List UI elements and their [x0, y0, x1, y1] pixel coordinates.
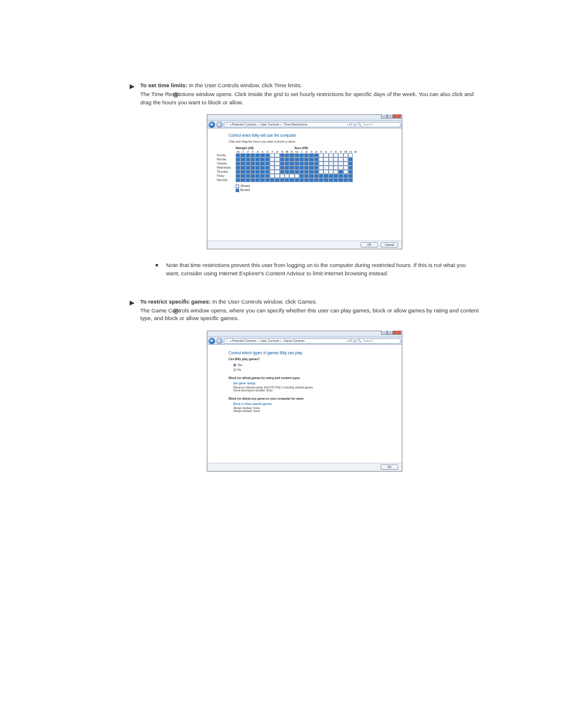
hour-cell[interactable]	[260, 170, 265, 174]
hour-cell[interactable]	[295, 153, 299, 157]
breadcrumb[interactable]: 🛡 « Parental Controls ▸ User Controls ▸ …	[224, 338, 355, 344]
hour-cell[interactable]	[275, 170, 279, 174]
hour-cell[interactable]	[240, 166, 245, 170]
hour-cell[interactable]	[338, 157, 343, 162]
hour-cell[interactable]	[329, 166, 333, 170]
search-input[interactable]: 🔍 Search	[356, 122, 401, 127]
hour-cell[interactable]	[285, 153, 289, 157]
hour-cell[interactable]	[289, 178, 294, 182]
hour-cell[interactable]	[289, 162, 294, 166]
hour-cell[interactable]	[280, 157, 285, 162]
hour-cell[interactable]	[285, 157, 289, 162]
hour-cell[interactable]	[250, 162, 255, 166]
breadcrumb-uc[interactable]: User Controls	[260, 123, 279, 126]
hour-cell[interactable]	[255, 166, 260, 170]
breadcrumb-pc[interactable]: Parental Controls	[232, 339, 256, 342]
hour-cell[interactable]	[270, 153, 275, 157]
hour-cell[interactable]	[323, 166, 328, 170]
hour-cell[interactable]	[319, 166, 323, 170]
hour-cell[interactable]	[250, 178, 255, 182]
hour-cell[interactable]	[329, 153, 333, 157]
hour-cell[interactable]	[280, 153, 285, 157]
back-button[interactable]: ◄	[209, 338, 215, 344]
hour-cell[interactable]	[289, 170, 294, 174]
hour-cell[interactable]	[299, 153, 304, 157]
close-button[interactable]: ×	[393, 114, 401, 118]
hour-cell[interactable]	[289, 157, 294, 162]
hour-cell[interactable]	[285, 170, 289, 174]
hour-cell[interactable]	[246, 178, 250, 182]
hour-cell[interactable]	[270, 166, 275, 170]
forward-button[interactable]: ►	[216, 338, 223, 344]
hour-cell[interactable]	[255, 157, 260, 162]
hour-cell[interactable]	[260, 166, 265, 170]
hour-cell[interactable]	[348, 170, 353, 174]
hour-cell[interactable]	[304, 166, 309, 170]
hour-cell[interactable]	[240, 162, 245, 166]
radio-no[interactable]: No	[233, 368, 391, 371]
minimize-button[interactable]: –	[381, 114, 387, 118]
hour-cell[interactable]	[333, 162, 338, 166]
hour-cell[interactable]	[323, 162, 328, 166]
hour-cell[interactable]	[299, 170, 304, 174]
hour-cell[interactable]	[338, 166, 343, 170]
hour-cell[interactable]	[260, 162, 265, 166]
hour-cell[interactable]	[295, 178, 299, 182]
hour-cell[interactable]	[250, 157, 255, 162]
hour-cell[interactable]	[309, 178, 313, 182]
hour-cell[interactable]	[275, 153, 279, 157]
hour-cell[interactable]	[236, 153, 240, 157]
hour-cell[interactable]	[319, 174, 323, 178]
hour-cell[interactable]	[250, 153, 255, 157]
hour-cell[interactable]	[329, 174, 333, 178]
hour-cell[interactable]	[304, 153, 309, 157]
hour-cell[interactable]	[309, 166, 313, 170]
hour-cell[interactable]	[289, 153, 294, 157]
hour-cell[interactable]	[319, 178, 323, 182]
hour-cell[interactable]	[236, 174, 240, 178]
hour-cell[interactable]	[250, 166, 255, 170]
hour-cell[interactable]	[314, 153, 319, 157]
hour-cell[interactable]	[265, 166, 270, 170]
hour-cell[interactable]	[270, 178, 275, 182]
ok-button[interactable]: OK	[381, 465, 398, 470]
hour-cell[interactable]	[275, 162, 279, 166]
hour-cell[interactable]	[289, 166, 294, 170]
hour-cell[interactable]	[295, 162, 299, 166]
back-button[interactable]: ◄	[209, 121, 215, 128]
hour-cell[interactable]	[299, 178, 304, 182]
hour-cell[interactable]	[265, 153, 270, 157]
hour-cell[interactable]	[343, 174, 348, 178]
hour-cell[interactable]	[246, 170, 250, 174]
hour-cell[interactable]	[314, 170, 319, 174]
breadcrumb-pc[interactable]: Parental Controls	[232, 123, 256, 126]
chevron-down-icon[interactable]: ▾	[347, 123, 349, 126]
breadcrumb-uc[interactable]: User Controls	[260, 339, 279, 342]
hour-cell[interactable]	[309, 157, 313, 162]
hour-cell[interactable]	[323, 153, 328, 157]
hour-cell[interactable]	[348, 166, 353, 170]
hour-cell[interactable]	[255, 174, 260, 178]
hour-cell[interactable]	[255, 170, 260, 174]
hour-cell[interactable]	[319, 170, 323, 174]
hour-cell[interactable]	[280, 162, 285, 166]
hour-cell[interactable]	[329, 157, 333, 162]
hour-cell[interactable]	[295, 170, 299, 174]
hour-cell[interactable]	[265, 162, 270, 166]
hour-cell[interactable]	[323, 157, 328, 162]
hour-cell[interactable]	[333, 157, 338, 162]
hour-cell[interactable]	[240, 170, 245, 174]
hour-cell[interactable]	[319, 157, 323, 162]
hour-cell[interactable]	[295, 166, 299, 170]
minimize-button[interactable]: –	[381, 331, 387, 335]
hour-cell[interactable]	[333, 170, 338, 174]
hour-cell[interactable]	[270, 157, 275, 162]
hour-cell[interactable]	[323, 174, 328, 178]
hour-cell[interactable]	[333, 153, 338, 157]
close-button[interactable]: ×	[393, 331, 401, 335]
hour-cell[interactable]	[333, 178, 338, 182]
hour-cell[interactable]	[338, 162, 343, 166]
hour-cell[interactable]	[236, 166, 240, 170]
hour-cell[interactable]	[255, 153, 260, 157]
hour-cell[interactable]	[289, 174, 294, 178]
